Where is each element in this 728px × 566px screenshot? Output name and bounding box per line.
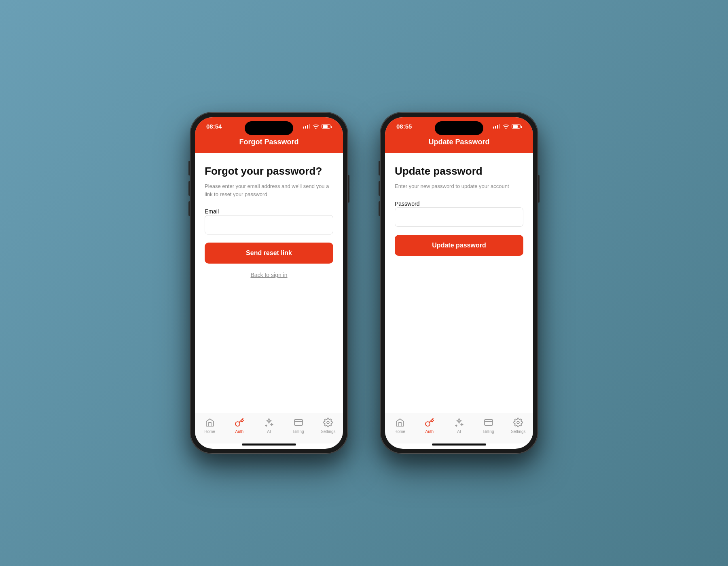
email-label: Email [205, 208, 219, 215]
battery-icon-2 [512, 124, 522, 129]
update-password-button[interactable]: Update password [395, 235, 523, 256]
svg-rect-2 [485, 420, 493, 425]
phones-container: 08:54 [190, 112, 538, 454]
tab-ai-1[interactable]: AI [254, 417, 284, 434]
settings-icon-2 [513, 417, 523, 428]
tab-label-billing-1: Billing [293, 429, 304, 434]
tab-label-billing-2: Billing [483, 429, 494, 434]
page-title-2: Update password [395, 165, 523, 177]
page-title-1: Forgot your password? [205, 165, 333, 177]
auth-icon-2 [424, 417, 435, 428]
tab-settings-2[interactable]: Settings [504, 417, 533, 434]
dynamic-island-1 [245, 121, 293, 135]
dynamic-island-2 [435, 121, 483, 135]
wifi-icon-2 [503, 124, 509, 129]
battery-icon-1 [322, 124, 332, 129]
tab-label-settings-2: Settings [511, 429, 525, 434]
phone-update-password: 08:55 [380, 112, 538, 454]
screen-forgot-password: 08:54 [195, 117, 343, 449]
nav-header-2: Update Password [385, 133, 533, 153]
email-input[interactable] [205, 215, 333, 234]
home-icon-2 [395, 417, 405, 428]
nav-header-1: Forgot Password [195, 133, 343, 153]
tab-home-1[interactable]: Home [195, 417, 224, 434]
tab-ai-2[interactable]: AI [444, 417, 474, 434]
tab-auth-1[interactable]: Auth [224, 417, 254, 434]
billing-icon-2 [483, 417, 494, 428]
page-subtitle-1: Please enter your email address and we'l… [205, 182, 333, 198]
tab-label-auth-2: Auth [425, 429, 434, 434]
tab-billing-1[interactable]: Billing [284, 417, 313, 434]
home-indicator-2 [432, 444, 486, 446]
signal-icon-1 [303, 124, 310, 129]
status-time-1: 08:54 [206, 123, 222, 130]
tab-label-auth-1: Auth [235, 429, 244, 434]
billing-icon-1 [293, 417, 304, 428]
status-icons-2 [493, 124, 522, 129]
svg-point-1 [327, 421, 329, 424]
tab-label-settings-1: Settings [321, 429, 335, 434]
page-subtitle-2: Enter your new password to update your a… [395, 182, 523, 190]
svg-point-3 [517, 421, 519, 424]
ai-icon-1 [264, 417, 274, 428]
back-to-sign-in-link[interactable]: Back to sign in [205, 272, 333, 278]
svg-rect-0 [294, 420, 303, 425]
tab-auth-2[interactable]: Auth [415, 417, 444, 434]
tab-bar-1: Home Auth [195, 413, 343, 444]
tab-label-ai-2: AI [457, 429, 461, 434]
home-icon-1 [205, 417, 215, 428]
tab-home-2[interactable]: Home [385, 417, 415, 434]
settings-icon-1 [323, 417, 333, 428]
tab-label-ai-1: AI [267, 429, 271, 434]
wifi-icon-1 [313, 124, 319, 129]
phone-forgot-password: 08:54 [190, 112, 348, 454]
password-input[interactable] [395, 207, 523, 227]
screen-update-password: 08:55 [385, 117, 533, 449]
status-bar-2: 08:55 [385, 117, 533, 133]
home-indicator-1 [242, 444, 296, 446]
nav-title-1: Forgot Password [239, 138, 298, 146]
signal-icon-2 [493, 124, 500, 129]
status-bar-1: 08:54 [195, 117, 343, 133]
tab-label-home-1: Home [204, 429, 215, 434]
send-reset-link-button[interactable]: Send reset link [205, 243, 333, 264]
auth-icon-1 [234, 417, 245, 428]
password-label: Password [395, 201, 419, 207]
tab-label-home-2: Home [394, 429, 405, 434]
tab-bar-2: Home Auth [385, 413, 533, 444]
ai-icon-2 [454, 417, 464, 428]
status-icons-1 [303, 124, 332, 129]
content-2: Update password Enter your new password … [385, 153, 533, 413]
content-1: Forgot your password? Please enter your … [195, 153, 343, 413]
nav-title-2: Update Password [428, 138, 489, 146]
tab-billing-2[interactable]: Billing [474, 417, 504, 434]
tab-settings-1[interactable]: Settings [313, 417, 343, 434]
status-time-2: 08:55 [396, 123, 412, 130]
